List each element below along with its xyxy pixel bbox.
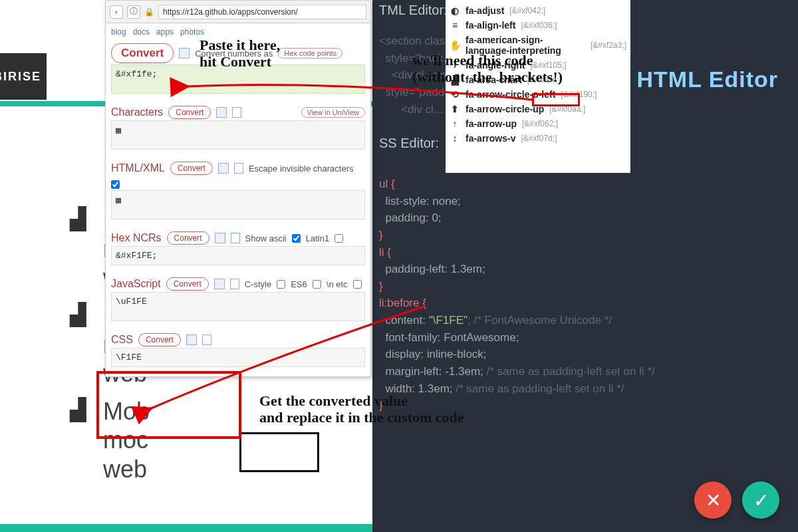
cstyle-label: C-style: [245, 279, 271, 289]
info-button[interactable]: ⓘ: [127, 5, 140, 19]
fa-icon: ✋: [450, 40, 460, 51]
fa-icon: ↑: [450, 118, 460, 129]
htmlxml-output[interactable]: ▦: [111, 190, 365, 219]
fa-code: [&#xf036;]: [521, 21, 557, 30]
characters-output[interactable]: ▦: [111, 120, 365, 150]
fa-code: [&#xf062;]: [522, 119, 558, 128]
address-bar: ‹ ⓘ 🔒: [106, 1, 370, 23]
annotation-need: we'll need this code (without the bracke…: [412, 52, 563, 86]
magnifier-box: [239, 432, 319, 472]
copy-icon[interactable]: [218, 163, 229, 174]
escape-checkbox[interactable]: [111, 180, 120, 189]
copy-icon[interactable]: [215, 233, 225, 243]
uniview-button[interactable]: View in UniView: [301, 107, 365, 118]
fa-code: [&#xf2a3;]: [591, 41, 626, 50]
url-field[interactable]: [158, 5, 366, 19]
js-output[interactable]: \uF1FE: [111, 292, 365, 321]
editor-title: HTML Editor: [637, 66, 778, 92]
fa-name: fa-align-left: [466, 20, 515, 31]
convert-button[interactable]: Convert: [111, 43, 174, 63]
hex-pill[interactable]: Hex code points: [278, 48, 342, 59]
fa-name: fa-adjust: [466, 5, 504, 16]
fa-name: fa-arrow-up: [466, 118, 517, 129]
fa-icon: ⟲: [450, 89, 460, 100]
doc-icon[interactable]: [202, 334, 211, 345]
doc-icon[interactable]: [230, 279, 239, 289]
back-button[interactable]: ‹: [110, 5, 123, 19]
highlight-code-box: [532, 93, 580, 106]
fa-icon: ≡: [450, 20, 460, 31]
js-convert[interactable]: Convert: [166, 277, 209, 291]
copy-icon[interactable]: [179, 48, 190, 59]
cstyle-checkbox[interactable]: [277, 280, 285, 289]
hexncr-output[interactable]: &#xF1FE;: [111, 246, 365, 265]
highlight-css-box: [96, 371, 241, 439]
nav-links[interactable]: blogdocsappsphotos: [111, 27, 365, 37]
css-convert[interactable]: Convert: [138, 333, 181, 346]
htmlxml-convert[interactable]: Convert: [170, 162, 213, 175]
fa-code: [&#xf07d;]: [521, 134, 557, 143]
fa-icon: ⬆: [450, 104, 460, 114]
css-output[interactable]: \F1FE: [111, 348, 365, 367]
fa-icon: ◐: [450, 5, 460, 16]
css-code-block[interactable]: ul { list-style: none; padding: 0; } li …: [379, 176, 655, 415]
accent-stripe-bottom: [0, 524, 372, 532]
es6-checkbox[interactable]: [313, 280, 321, 289]
characters-convert[interactable]: Convert: [168, 106, 211, 119]
fa-code: [&#xf042;]: [509, 6, 545, 15]
fa-name: fa-arrows-v: [466, 133, 515, 144]
hexncr-convert[interactable]: Convert: [167, 231, 209, 245]
confirm-fab[interactable]: ✓: [742, 481, 779, 519]
fa-list-item[interactable]: ↑fa-arrow-up [&#xf062;]: [450, 118, 626, 129]
showascii-label: Show ascii: [245, 233, 287, 243]
annotation-paste: Paste it here, hit Convert: [200, 37, 280, 70]
brand-bar: BIRISE: [0, 53, 47, 100]
characters-title: Characters: [111, 106, 163, 118]
fa-icon: ↕: [450, 133, 460, 144]
netc-checkbox[interactable]: [353, 280, 362, 289]
lock-icon: 🔒: [144, 7, 154, 17]
area-chart-icon: ▟: [70, 206, 103, 231]
doc-icon[interactable]: [234, 163, 243, 174]
copy-icon[interactable]: [186, 334, 197, 345]
copy-icon[interactable]: [214, 279, 225, 289]
showascii-checkbox[interactable]: [292, 234, 301, 243]
fa-list-item[interactable]: ◐fa-adjust [&#xf042;]: [450, 5, 626, 16]
js-title: JavaScript: [111, 278, 161, 290]
doc-icon[interactable]: [232, 107, 241, 118]
fa-list-item[interactable]: ↕fa-arrows-v [&#xf07d;]: [450, 133, 626, 144]
css-editor-tab[interactable]: SS Editor:: [372, 133, 446, 154]
hexncr-title: Hex NCRs: [111, 232, 162, 244]
cancel-fab[interactable]: ✕: [694, 481, 732, 519]
doc-icon[interactable]: [231, 233, 240, 243]
latin1-label: Latin1: [306, 233, 329, 243]
area-chart-icon: ▟: [70, 302, 103, 327]
copy-icon[interactable]: [216, 107, 227, 118]
css-title: CSS: [111, 334, 133, 346]
html-editor-tab[interactable]: TML Editor:: [372, 0, 454, 21]
es6-label: ES6: [291, 279, 307, 289]
fontawesome-list: ◐fa-adjust [&#xf042;]≡fa-align-left [&#x…: [446, 0, 630, 173]
annotation-get: Get the converted value and replace it i…: [259, 392, 464, 426]
fa-list-item[interactable]: ≡fa-align-left [&#xf036;]: [450, 20, 626, 31]
htmlxml-title: HTML/XML: [111, 162, 165, 174]
latin1-checkbox[interactable]: [334, 234, 343, 243]
netc-label: \n etc: [327, 279, 348, 289]
escape-label: Escape invisible characters: [249, 164, 354, 174]
